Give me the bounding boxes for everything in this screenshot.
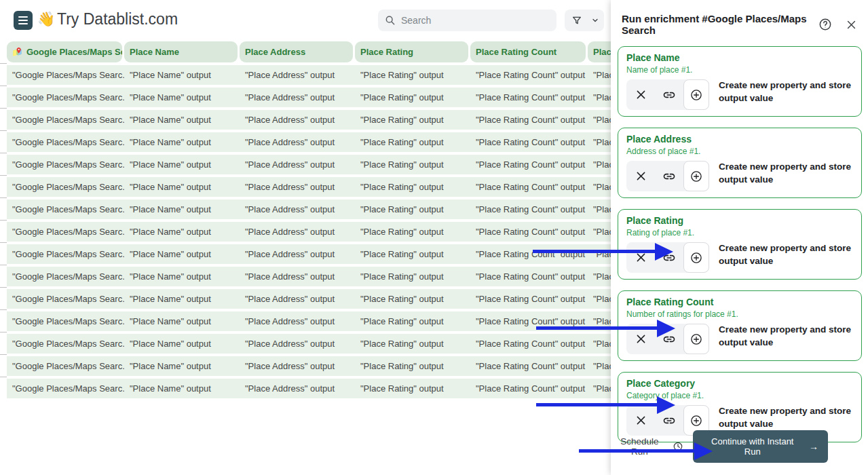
table-cell[interactable]: "Place Rating Count" output — [470, 289, 588, 309]
table-cell[interactable]: "Place — [588, 177, 611, 197]
table-cell[interactable]: "Place Rating Count" output — [470, 110, 588, 130]
table-cell[interactable]: "Place Rating" output — [355, 311, 470, 331]
table-cell[interactable]: "Place Rating" output — [355, 65, 470, 85]
column-header-place-rating[interactable]: Place Rating — [355, 41, 468, 62]
create-property-button[interactable] — [683, 79, 709, 110]
table-cell[interactable]: "Google Places/Maps Searc... — [7, 132, 124, 152]
search-input[interactable] — [401, 15, 537, 26]
menu-button[interactable] — [14, 11, 33, 30]
table-cell[interactable]: "Place Rating Count" output — [470, 177, 588, 197]
table-cell[interactable]: "Place Name" output — [124, 88, 240, 107]
table-cell[interactable]: "Place Rating" output — [355, 132, 470, 152]
table-cell[interactable]: "Place Rating" output — [355, 379, 470, 398]
table-cell[interactable]: "Place Address" output — [240, 65, 355, 85]
table-cell[interactable]: "Place Name" output — [124, 155, 240, 174]
create-property-button[interactable] — [683, 242, 709, 273]
table-cell[interactable]: "Google Places/Maps Searc... — [7, 244, 124, 264]
table-cell[interactable]: "Place Address" output — [240, 289, 355, 309]
table-cell[interactable]: "Place — [588, 200, 611, 219]
table-cell[interactable]: "Place Rating" output — [355, 110, 470, 130]
table-cell[interactable]: "Place Rating" output — [355, 244, 470, 264]
table-cell[interactable]: "Place — [588, 289, 611, 309]
table-cell[interactable]: "Place Rating Count" output — [470, 379, 588, 398]
column-header-place-name[interactable]: Place Name — [124, 41, 238, 62]
continue-instant-run-button[interactable]: Continue with Instant Run → — [693, 430, 828, 463]
table-cell[interactable]: "Place Name" output — [124, 334, 240, 354]
table-cell[interactable]: "Place Name" output — [124, 200, 240, 219]
table-cell[interactable]: "Place — [588, 356, 611, 376]
column-header-place-category[interactable]: Place — [588, 41, 611, 62]
discard-output-button[interactable] — [626, 79, 655, 110]
table-cell[interactable]: "Place Rating Count" output — [470, 132, 588, 152]
table-cell[interactable]: "Place Address" output — [240, 267, 355, 286]
table-cell[interactable]: "Google Places/Maps Searc... — [7, 379, 124, 398]
table-cell[interactable]: "Place — [588, 132, 611, 152]
table-cell[interactable]: "Place Rating Count" output — [470, 334, 588, 354]
table-cell[interactable]: "Place Name" output — [124, 65, 240, 85]
table-cell[interactable]: "Place Rating Count" output — [470, 267, 588, 286]
table-cell[interactable]: "Place Rating Count" output — [470, 65, 588, 85]
table-cell[interactable]: "Place Rating" output — [355, 200, 470, 219]
table-cell[interactable]: "Google Places/Maps Searc... — [7, 267, 124, 286]
table-cell[interactable]: "Place Rating Count" output — [470, 244, 588, 264]
table-cell[interactable]: "Place Name" output — [124, 110, 240, 130]
table-cell[interactable]: "Google Places/Maps Searc... — [7, 155, 124, 174]
filter-dropdown-button[interactable] — [588, 10, 603, 31]
table-cell[interactable]: "Place Rating Count" output — [470, 356, 588, 376]
column-header-enrichment[interactable]: Google Places/Maps Sea... — [7, 41, 122, 62]
table-cell[interactable]: "Place Address" output — [240, 155, 355, 174]
schedule-run-button[interactable]: Schedule Run — [611, 436, 683, 457]
table-cell[interactable]: "Place Rating" output — [355, 356, 470, 376]
table-cell[interactable]: "Place Name" output — [124, 311, 240, 331]
table-cell[interactable]: "Google Places/Maps Searc... — [7, 65, 124, 85]
table-cell[interactable]: "Place Address" output — [240, 110, 355, 130]
table-cell[interactable]: "Place Rating Count" output — [470, 200, 588, 219]
table-cell[interactable]: "Place Rating" output — [355, 222, 470, 242]
create-property-button[interactable] — [683, 324, 709, 354]
table-cell[interactable]: "Place Address" output — [240, 88, 355, 107]
table-cell[interactable]: "Place Rating Count" output — [470, 222, 588, 242]
table-cell[interactable]: "Google Places/Maps Searc... — [7, 289, 124, 309]
table-cell[interactable]: "Place Name" output — [124, 244, 240, 264]
table-cell[interactable]: "Place — [588, 334, 611, 354]
table-cell[interactable]: "Google Places/Maps Searc... — [7, 177, 124, 197]
table-cell[interactable]: "Place Rating" output — [355, 267, 470, 286]
map-property-button[interactable] — [655, 79, 683, 110]
table-cell[interactable]: "Place Rating Count" output — [470, 88, 588, 107]
table-cell[interactable]: "Place Rating" output — [355, 289, 470, 309]
help-button[interactable] — [818, 18, 832, 31]
table-cell[interactable]: "Place — [588, 155, 611, 174]
table-cell[interactable]: "Place — [588, 267, 611, 286]
close-panel-button[interactable] — [846, 19, 857, 31]
table-cell[interactable]: "Place Name" output — [124, 177, 240, 197]
table-cell[interactable]: "Place Rating Count" output — [470, 155, 588, 174]
table-cell[interactable]: "Place Name" output — [124, 379, 240, 398]
table-cell[interactable]: "Google Places/Maps Searc... — [7, 334, 124, 354]
table-cell[interactable]: "Place — [588, 65, 611, 85]
table-cell[interactable]: "Place Address" output — [240, 311, 355, 331]
table-cell[interactable]: "Place — [588, 222, 611, 242]
table-cell[interactable]: "Place Address" output — [240, 177, 355, 197]
table-cell[interactable]: "Place — [588, 110, 611, 130]
table-cell[interactable]: "Place Name" output — [124, 222, 240, 242]
table-cell[interactable]: "Place Rating" output — [355, 88, 470, 107]
discard-output-button[interactable] — [626, 161, 655, 191]
table-cell[interactable]: "Place — [588, 379, 611, 398]
map-property-button[interactable] — [655, 161, 683, 191]
column-header-place-rating-count[interactable]: Place Rating Count — [470, 41, 586, 62]
table-cell[interactable]: "Google Places/Maps Searc... — [7, 311, 124, 331]
table-cell[interactable]: "Place Address" output — [240, 132, 355, 152]
table-cell[interactable]: "Place Address" output — [240, 222, 355, 242]
table-cell[interactable]: "Place Address" output — [240, 200, 355, 219]
discard-output-button[interactable] — [626, 242, 655, 273]
table-cell[interactable]: "Google Places/Maps Searc... — [7, 88, 124, 107]
table-cell[interactable]: "Google Places/Maps Searc... — [7, 222, 124, 242]
table-cell[interactable]: "Google Places/Maps Searc... — [7, 200, 124, 219]
filter-button[interactable] — [566, 10, 588, 31]
table-cell[interactable]: "Place Name" output — [124, 289, 240, 309]
create-property-button[interactable] — [683, 161, 709, 191]
column-header-place-address[interactable]: Place Address — [240, 41, 353, 62]
table-cell[interactable]: "Place Rating" output — [355, 155, 470, 174]
table-cell[interactable]: "Place — [588, 88, 611, 107]
table-cell[interactable]: "Place Name" output — [124, 267, 240, 286]
